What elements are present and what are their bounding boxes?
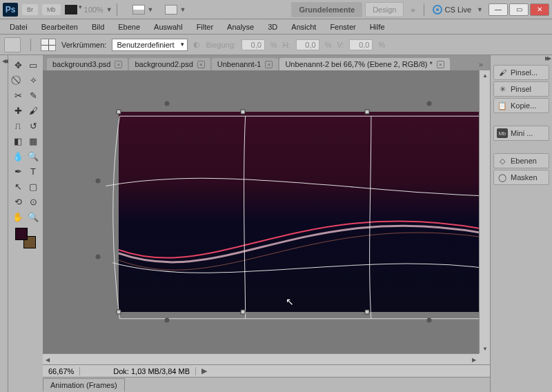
collapse-left-icon[interactable]: ◀◀ [2, 58, 6, 64]
close-icon[interactable]: × [197, 61, 205, 68]
view-mode-icon[interactable] [132, 5, 145, 14]
chevron-down-icon[interactable]: ▼ [106, 6, 112, 13]
pen-tool[interactable]: ✒ [11, 164, 25, 178]
warp-anchor[interactable] [96, 179, 101, 184]
scroll-left-icon[interactable]: ◀ [43, 354, 52, 364]
history-brush-tool[interactable]: ↺ [26, 119, 40, 133]
pct2: % [325, 41, 332, 49]
move-tool[interactable]: ✥ [11, 58, 25, 72]
tab-background2[interactable]: background2.psd× [129, 58, 210, 70]
gradient-tool[interactable]: ▦ [26, 134, 40, 148]
menu-hilfe[interactable]: Hilfe [363, 21, 392, 33]
v-field[interactable]: 0,0 [349, 39, 373, 50]
minimize-button[interactable]: — [489, 3, 508, 16]
tab-unbenannt1[interactable]: Unbenannt-1× [212, 58, 279, 70]
workspace-secondary[interactable]: Design [365, 2, 404, 17]
canvas[interactable]: ↖ ▲ ▼ ◀ ▶ [43, 70, 490, 364]
status-doc: Dok: 1,03 MB/3,84 MB [108, 367, 196, 375]
panel-pinsel-preset[interactable]: 🖌Pinsel... [493, 65, 549, 80]
menu-ansicht[interactable]: Ansicht [284, 21, 323, 33]
orientation-icon: ◐ [193, 40, 200, 49]
pct3: % [378, 41, 385, 49]
warp-anchor[interactable] [165, 318, 170, 323]
bend-field[interactable]: 0,0 [241, 39, 265, 50]
menu-bild[interactable]: Bild [85, 21, 111, 33]
close-icon[interactable]: × [115, 61, 122, 68]
menu-analyse[interactable]: Analyse [220, 21, 261, 33]
scroll-down-icon[interactable]: ▼ [480, 344, 490, 353]
color-swatches[interactable] [15, 228, 36, 248]
hand-tool[interactable]: ✋ [11, 210, 25, 224]
warp-preset-dropdown[interactable]: Benutzerdefiniert [112, 39, 188, 51]
minibridge-button[interactable]: Mb [42, 4, 61, 15]
scroll-right-icon[interactable]: ▶ [469, 354, 479, 364]
warp-grid-icon[interactable] [41, 39, 56, 51]
cslive-button[interactable]: CS Live ▼ [433, 5, 483, 14]
type-tool[interactable]: T [26, 164, 40, 178]
tool-preset-button[interactable] [4, 37, 21, 52]
warp-handle[interactable] [117, 110, 121, 115]
close-icon[interactable]: × [265, 61, 273, 68]
camera-tool[interactable]: ⊙ [26, 195, 40, 208]
horizontal-scrollbar[interactable]: ◀ ▶ [43, 353, 479, 364]
eraser-tool[interactable]: ◧ [11, 134, 25, 148]
close-button[interactable]: ✕ [530, 3, 549, 16]
vertical-scrollbar[interactable]: ▲ ▼ [479, 70, 490, 353]
panel-kopie[interactable]: 📋Kopie... [493, 98, 549, 113]
menu-auswahl[interactable]: Auswahl [147, 21, 190, 33]
warp-handle[interactable] [117, 310, 121, 315]
warp-anchor[interactable] [427, 101, 432, 106]
close-icon[interactable]: × [437, 61, 444, 68]
panel-minibridge[interactable]: MbMini ... [493, 126, 549, 141]
warp-anchor[interactable] [165, 101, 170, 106]
menu-bearbeiten[interactable]: Bearbeiten [34, 21, 85, 33]
status-zoom[interactable]: 66,67% [43, 367, 80, 375]
fg-color-swatch[interactable] [15, 228, 28, 240]
menu-ebene[interactable]: Ebene [111, 21, 147, 33]
blur-tool[interactable]: 💧 [11, 149, 25, 163]
lasso-tool[interactable]: ⃠ [11, 73, 25, 87]
maximize-button[interactable]: ▭ [509, 3, 529, 16]
tab-background3[interactable]: background3.psd× [47, 58, 128, 70]
warp-handle[interactable] [365, 310, 370, 315]
animation-panel-tab[interactable]: Animation (Frames) [43, 378, 125, 391]
collapse-right-icon[interactable]: ▶▶ [545, 55, 549, 62]
workspace-primary[interactable]: Grundelemente [291, 2, 362, 17]
wand-tool[interactable]: ✧ [26, 73, 40, 87]
panel-masken[interactable]: ◯Masken [493, 170, 549, 185]
stamp-tool[interactable]: ⎍ [11, 119, 25, 133]
crop-tool[interactable]: ✂ [11, 88, 25, 102]
doc-arrange-icon[interactable] [65, 5, 77, 14]
workspace-more-icon[interactable]: » [406, 4, 419, 15]
eyedropper-tool[interactable]: ✎ [26, 88, 40, 102]
warp-handle[interactable] [241, 310, 246, 315]
marquee-tool[interactable]: ▭ [26, 58, 40, 72]
h-field[interactable]: 0,0 [296, 39, 319, 50]
tabs-overflow-icon[interactable]: » [472, 58, 490, 70]
scroll-up-icon[interactable]: ▲ [480, 70, 490, 80]
warp-handle[interactable] [365, 110, 370, 115]
screen-mode-icon[interactable] [165, 5, 177, 14]
path-tool[interactable]: ↖ [11, 179, 25, 193]
zoom-tool[interactable]: 🔍 [26, 210, 40, 224]
warp-anchor[interactable] [96, 255, 101, 259]
panel-pinsel[interactable]: ✳Pinsel [493, 81, 549, 97]
status-menu-icon[interactable]: ▶ [196, 366, 213, 375]
warp-handle[interactable] [241, 110, 246, 115]
warp-anchor[interactable] [427, 318, 432, 323]
dodge-tool[interactable]: 🔍 [26, 149, 40, 163]
bridge-button[interactable]: Br [22, 4, 38, 15]
menu-3d[interactable]: 3D [261, 21, 284, 33]
menu-fenster[interactable]: Fenster [323, 21, 362, 33]
shape-tool[interactable]: ▢ [26, 179, 40, 193]
tab-unbenannt2[interactable]: Unbenannt-2 bei 66,7% (Ebene 2, RGB/8) *… [279, 58, 449, 70]
panel-ebenen[interactable]: ◇Ebenen [493, 153, 549, 168]
cursor-icon: ↖ [286, 296, 294, 307]
options-bar: Verkrümmen: Benutzerdefiniert ◐ Biegung:… [0, 35, 552, 55]
menu-datei[interactable]: Datei [3, 21, 34, 33]
menu-filter[interactable]: Filter [190, 21, 220, 33]
brush-tool[interactable]: 🖌 [26, 104, 40, 117]
3d-tool[interactable]: ⟲ [11, 195, 25, 208]
heal-tool[interactable]: ✚ [11, 104, 25, 117]
bend-label: Biegung: [206, 41, 235, 49]
